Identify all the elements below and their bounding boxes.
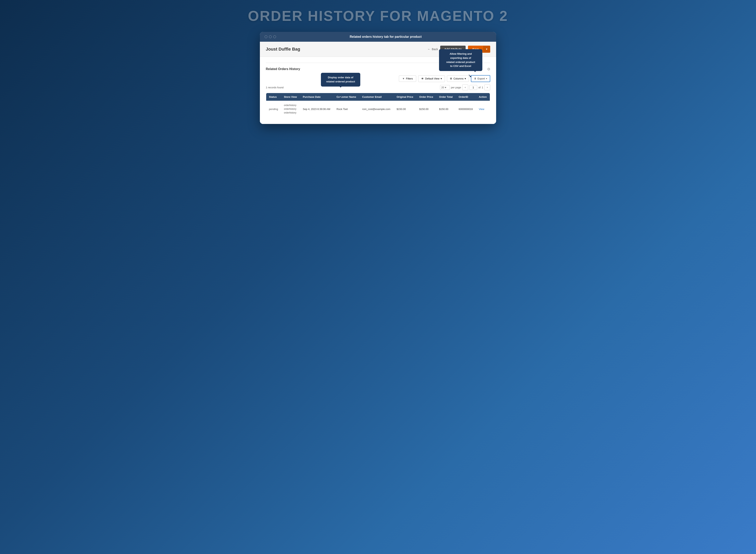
col-purchase-date: Purchase Date	[300, 93, 334, 101]
browser-dots	[265, 36, 276, 38]
cell-original-price: $150.00	[394, 101, 416, 118]
browser-title-text: Related orders history tab for particula…	[280, 35, 491, 39]
cell-customer-name: Rock Tset	[334, 101, 359, 118]
export-button[interactable]: ⬇ Export ▾	[471, 75, 490, 82]
tooltip-right-box: Allow filtering andexporting data ofrela…	[439, 49, 482, 71]
download-icon: ⬇	[474, 77, 476, 80]
per-page-input: 20 ▾	[440, 85, 450, 90]
total-pages: 1	[482, 86, 483, 89]
page-input[interactable]	[469, 85, 477, 90]
table-info-bar: 1 records found 20 ▾ per page ‹ of 1	[266, 85, 490, 90]
col-order-total: Order Total	[436, 93, 456, 101]
collapse-button[interactable]: ⊙	[487, 67, 490, 71]
pagination-controls: 20 ▾ per page ‹ of 1 ›	[440, 85, 490, 90]
browser-window: Related orders history tab for particula…	[260, 32, 496, 124]
per-page-label: per page	[451, 86, 461, 89]
tooltip-left-text: Display order data ofrelated ordered pro…	[326, 76, 355, 83]
browser-dot-3	[273, 36, 276, 38]
tooltip-right-arrow: ↘	[468, 72, 471, 79]
annotation-left-area: Display order data ofrelated ordered pro…	[321, 73, 360, 87]
back-button[interactable]: ← Back	[427, 47, 438, 51]
data-table: Status Store View Purchase Date Customer…	[266, 93, 490, 118]
default-view-button[interactable]: 👁 Default View ▾	[418, 75, 445, 82]
page-next-button[interactable]: ›	[484, 85, 490, 90]
annotations-wrapper: Allow filtering andexporting data ofrela…	[266, 67, 490, 118]
col-order-id: OrderID	[456, 93, 476, 101]
tooltip-left-box: Display order data ofrelated ordered pro…	[321, 73, 360, 87]
tooltip-left-arrow: ↙	[339, 94, 342, 100]
eye-icon: 👁	[421, 77, 424, 80]
cell-customer-email: roni_cost@example.com	[359, 101, 394, 118]
default-view-dropdown-icon: ▾	[441, 77, 442, 80]
save-dropdown-button[interactable]: ▼	[483, 46, 490, 53]
cell-order-total: $150.00	[436, 101, 456, 118]
browser-dot-1	[265, 36, 267, 38]
filter-icon: ▼	[402, 77, 405, 80]
back-label: Back	[432, 48, 438, 51]
filters-button[interactable]: ▼ Filters	[399, 75, 416, 82]
default-view-label: Default View	[425, 77, 440, 80]
back-arrow-icon: ←	[427, 47, 431, 51]
col-action: Action	[476, 93, 490, 101]
table-row: pending orderhistoryorderhistoryorderhis…	[266, 101, 490, 118]
export-dropdown-icon: ▾	[486, 77, 487, 80]
per-page-dropdown-icon[interactable]: ▾	[445, 86, 446, 89]
page-title: ORDER HISTORY FOR MAGENTO 2	[248, 8, 508, 24]
filters-label: Filters	[406, 77, 413, 80]
table-header-row: Status Store View Purchase Date Customer…	[266, 93, 490, 101]
status-badge: pending	[269, 108, 278, 111]
col-customer-email: Customer Email	[359, 93, 394, 101]
page-of-label: of	[478, 86, 481, 89]
browser-content: Joust Duffle Bag ← Back Add Attribute Sa…	[260, 42, 496, 124]
col-order-price: Order Price	[416, 93, 436, 101]
col-store-view: Store View	[281, 93, 300, 101]
gear-icon: ⚙	[450, 77, 452, 80]
browser-titlebar: Related orders history tab for particula…	[260, 32, 496, 42]
col-original-price: Original Price	[394, 93, 416, 101]
col-customer-name: Customer Name	[334, 93, 359, 101]
cell-purchase-date: Sep 4, 2023 8:39:06 AM	[300, 101, 334, 118]
columns-dropdown-icon: ▾	[465, 77, 466, 80]
cell-action[interactable]: View	[476, 101, 490, 118]
product-name: Joust Duffle Bag	[266, 47, 300, 52]
cell-order-price: $150.00	[416, 101, 436, 118]
per-page-select: 20 ▾ per page	[440, 85, 461, 90]
tooltip-right-area: Allow filtering andexporting data ofrela…	[439, 49, 482, 71]
view-link[interactable]: View	[479, 108, 484, 111]
browser-dot-2	[269, 36, 272, 38]
cell-store-view: orderhistoryorderhistoryorderhistory	[281, 101, 300, 118]
columns-label: Columns	[453, 77, 463, 80]
main-content: Allow filtering andexporting data ofrela…	[260, 57, 496, 124]
tooltip-right-text: Allow filtering andexporting data ofrela…	[446, 52, 475, 67]
section-title: Related Orders History	[266, 67, 300, 71]
table-toolbar: ▼ Filters 👁 Default View ▾ ⚙ Columns ▾	[266, 75, 490, 82]
cell-status: pending	[266, 101, 281, 118]
per-page-value: 20	[441, 86, 444, 89]
cell-order-id: 6000000016	[456, 101, 476, 118]
records-found: 1 records found	[266, 86, 284, 89]
export-label: Export	[477, 77, 485, 80]
page-prev-button[interactable]: ‹	[462, 85, 468, 90]
columns-button[interactable]: ⚙ Columns ▾	[447, 75, 469, 82]
col-status: Status	[266, 93, 281, 101]
